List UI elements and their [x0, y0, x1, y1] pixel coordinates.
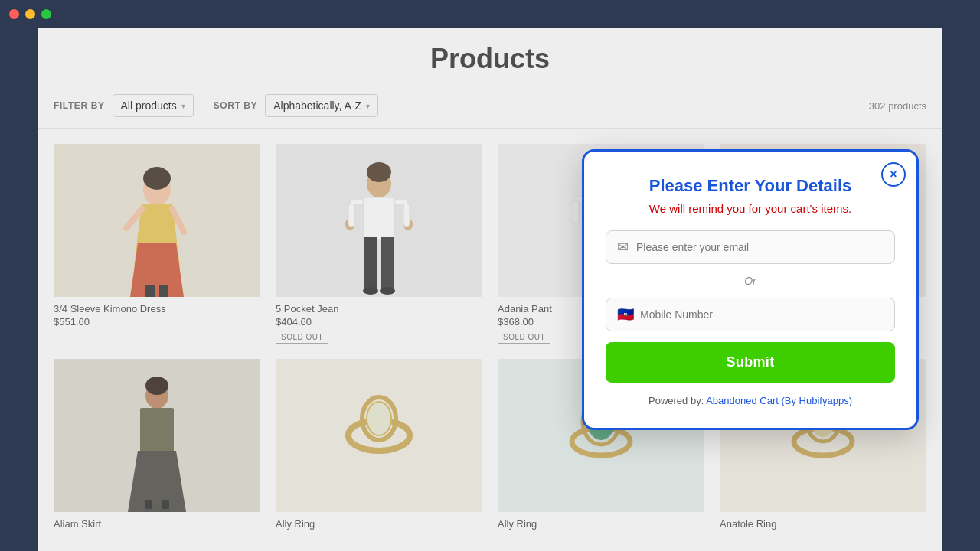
close-icon: × [890, 168, 897, 181]
powered-by-text: Powered by: [648, 395, 704, 406]
email-icon: ✉ [617, 239, 629, 256]
phone-input-wrapper: 🇭🇹 [606, 298, 895, 331]
submit-button[interactable]: Submit [606, 342, 895, 383]
modal-title: Please Enter Your Details [606, 176, 895, 196]
traffic-light-maximize[interactable] [41, 9, 51, 19]
modal-subtitle: We will remind you for your cart's items… [606, 202, 895, 215]
window-frame: Products FILTER BY All products ▾ SORT B… [0, 0, 980, 551]
browser-content: Products FILTER BY All products ▾ SORT B… [38, 28, 942, 551]
modal-close-button[interactable]: × [881, 162, 906, 187]
traffic-light-close[interactable] [9, 9, 19, 19]
or-divider: Or [606, 275, 895, 287]
flag-icon: 🇭🇹 [617, 306, 634, 323]
modal-dialog: × Please Enter Your Details We will remi… [582, 149, 919, 430]
phone-input[interactable] [640, 308, 884, 321]
email-input[interactable] [636, 241, 884, 253]
traffic-light-minimize[interactable] [25, 9, 35, 19]
powered-by-link[interactable]: Abandoned Cart (By Hubifyapps) [706, 395, 852, 406]
title-bar [0, 0, 980, 28]
modal-overlay: × Please Enter Your Details We will remi… [38, 28, 942, 551]
powered-by: Powered by: Abandoned Cart (By Hubifyapp… [606, 395, 895, 406]
email-input-wrapper: ✉ [606, 230, 895, 264]
